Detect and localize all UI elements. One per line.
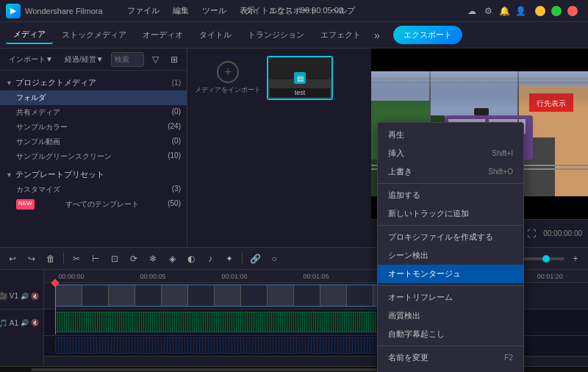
app-logo: ▶ Wondershare Filmora	[6, 4, 114, 18]
filter-icon[interactable]: ▽	[147, 51, 163, 68]
crop-button[interactable]: ⊡	[107, 251, 123, 267]
audio-mute-icon: 🔇	[31, 319, 39, 326]
export-button[interactable]: エクスポート	[393, 26, 462, 44]
ctx-autoframe[interactable]: オートリフレーム	[378, 288, 523, 307]
all-templates-label: すべてのテンプレート	[65, 199, 139, 210]
menu-tools[interactable]: ツール	[196, 3, 232, 18]
close-button[interactable]	[567, 6, 578, 16]
link-button[interactable]: 🔗	[247, 251, 263, 267]
ctx-scene-label: シーン検出	[388, 250, 429, 261]
sample-green-item[interactable]: サンプルグリーンスクリーン (10)	[0, 149, 187, 164]
logo-icon: ▶	[6, 4, 21, 18]
maximize-button[interactable]	[551, 6, 562, 16]
audio-vol-icon: 🔊	[21, 319, 29, 326]
title-bar: ▶ Wondershare Filmora ファイル 編集 ツール 表示 エクス…	[0, 0, 588, 22]
preview-time-label: 00:00:00:00	[543, 229, 582, 237]
search-box[interactable]	[111, 52, 144, 67]
tab-effect[interactable]: エフェクト	[313, 26, 368, 43]
customize-item[interactable]: カスタマイズ (3)	[0, 182, 187, 197]
scroll-thumb	[31, 368, 382, 371]
tab-stock[interactable]: ストックメディア	[54, 26, 134, 43]
v1-label: V1	[10, 292, 18, 300]
color-button[interactable]: ◐	[183, 251, 199, 267]
ctx-automontage[interactable]: オートモンタージュ	[378, 265, 523, 283]
cut-button[interactable]: ✂	[68, 251, 85, 267]
test-media-thumb[interactable]: ▤ test	[267, 56, 333, 100]
add-icon: +	[217, 61, 239, 83]
account-icon[interactable]: 👤	[514, 5, 526, 17]
tab-media[interactable]: メディア	[6, 26, 53, 44]
minimize-button[interactable]	[535, 6, 545, 16]
frame-9	[268, 285, 294, 306]
track-labels: 🎥 V1 🔊 🔇 🎵 A1 🔊 🔇	[0, 270, 44, 366]
more-tabs-button[interactable]: »	[370, 26, 384, 44]
tab-media-label: メディア	[13, 29, 46, 40]
ctx-rename-shortcut: F2	[504, 354, 513, 362]
ctx-quality[interactable]: 画質検出	[378, 307, 523, 325]
ctx-overwrite[interactable]: 上書き Shift+O	[378, 162, 523, 181]
menu-edit[interactable]: 編集	[167, 3, 195, 18]
template-label: テンプレートプリセット	[15, 169, 181, 180]
delete-button[interactable]: 🗑	[43, 251, 59, 267]
section-label: プロジェクトメディア	[15, 77, 172, 88]
app-name: Wondershare Filmora	[25, 7, 103, 15]
ctx-add-track[interactable]: 新しいトラックに追加	[378, 204, 523, 223]
import-button[interactable]: インポート▼	[4, 53, 57, 66]
tab-title[interactable]: タイトル	[192, 26, 239, 43]
ctx-play[interactable]: 再生	[378, 126, 523, 144]
cloud-icon[interactable]: ☁	[466, 5, 478, 17]
tab-audio-label: オーディオ	[143, 29, 183, 40]
tab-transition[interactable]: トランジション	[240, 26, 312, 43]
sample-video-item[interactable]: サンプル動画 (0)	[0, 135, 187, 149]
settings-icon[interactable]: ⚙	[482, 5, 494, 17]
ctx-scene[interactable]: シーン検出	[378, 246, 523, 265]
import-label: インポート▼	[9, 54, 53, 65]
audio-button[interactable]: ♪	[202, 251, 218, 267]
split-button[interactable]: ⊢	[87, 251, 104, 267]
speed-button[interactable]: ⟳	[126, 251, 142, 267]
mask-button[interactable]: ○	[266, 251, 282, 267]
ctx-subtitle[interactable]: 自動字幕起こし	[378, 325, 523, 343]
motion-button[interactable]: ✦	[221, 251, 237, 267]
menu-file[interactable]: ファイル	[121, 3, 165, 18]
organize-button[interactable]: 経過/経営▼	[60, 53, 108, 66]
toolbar-tabs: メディア ストックメディア オーディオ タイトル トランジション エフェクト »…	[0, 22, 588, 49]
template-arrow-icon: ▼	[6, 171, 12, 179]
tab-title-label: タイトル	[199, 29, 232, 40]
zoom-slider[interactable]	[520, 257, 564, 260]
ctx-add[interactable]: 追加する	[378, 186, 523, 204]
all-templates-item[interactable]: NEW すべてのテンプレート (50)	[0, 197, 187, 212]
ctx-divider-4	[378, 346, 523, 346]
undo-button[interactable]: ↩	[4, 251, 21, 267]
notification-icon[interactable]: 🔔	[498, 5, 510, 17]
fullscreen-icon[interactable]: ⛶	[523, 226, 539, 242]
green-count: (10)	[168, 151, 181, 162]
grid-view-icon[interactable]: ⊞	[166, 51, 182, 68]
ctx-divider-3	[378, 285, 523, 286]
search-input[interactable]	[115, 55, 140, 63]
audio-track-label: 🎵 A1 🔊 🔇	[0, 310, 43, 336]
ctx-insert[interactable]: 挿入 Shift+I	[378, 144, 523, 162]
ctx-divider-2	[378, 225, 523, 226]
zoom-in-button[interactable]: +	[567, 251, 584, 267]
import-media-area[interactable]: + メディアをインポート	[195, 56, 261, 100]
sample-color-item[interactable]: サンプルカラー (24)	[0, 120, 187, 135]
template-header[interactable]: ▼ テンプレートプリセット	[0, 167, 187, 182]
freeze-button[interactable]: ❄	[145, 251, 161, 267]
shared-media-item[interactable]: 共有メディア (0)	[0, 105, 187, 120]
context-menu: 再生 挿入 Shift+I 上書き Shift+O 追加する 新しいトラックに追…	[377, 122, 524, 372]
folder-label: フォルダ	[16, 93, 46, 103]
tab-stock-label: ストックメディア	[62, 29, 126, 40]
ctx-overwrite-label: 上書き	[388, 166, 412, 177]
ai-button[interactable]: ◈	[164, 251, 180, 267]
ctx-proxy[interactable]: プロキシファイルを作成する	[378, 228, 523, 246]
media-grid-area: + メディアをインポート ▤ test 再生	[187, 49, 371, 247]
playhead[interactable]	[55, 283, 56, 335]
redo-button[interactable]: ↪	[24, 251, 40, 267]
folder-item[interactable]: フォルダ	[0, 90, 187, 105]
ctx-rename[interactable]: 名前を変更 F2	[378, 348, 523, 367]
ctx-audio-track[interactable]: オーディオトラック ▶	[378, 367, 523, 372]
tab-audio[interactable]: オーディオ	[135, 26, 190, 43]
project-media-header[interactable]: ▼ プロジェクトメディア (1)	[0, 75, 187, 90]
frame-2	[82, 285, 109, 306]
